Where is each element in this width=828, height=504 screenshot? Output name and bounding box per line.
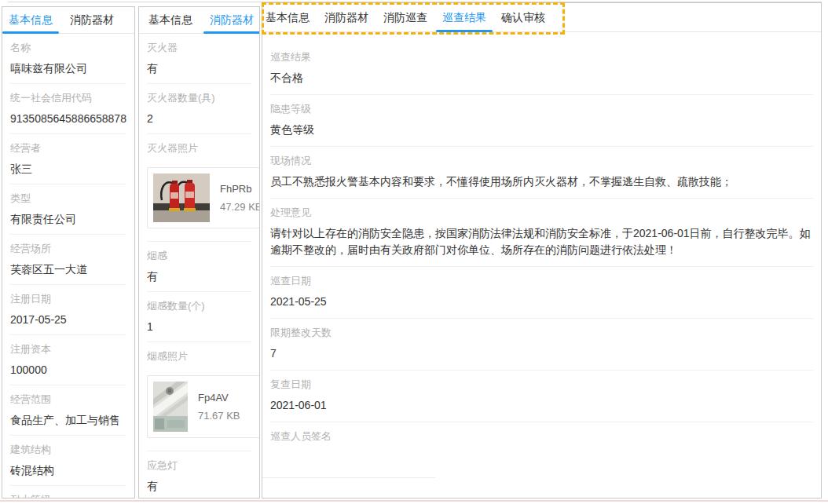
field-value: 黄色等级 xyxy=(270,122,813,138)
field-extinguisher-count: 灭火器数量(具) 2 xyxy=(139,84,259,134)
field-value: 有限责任公司 xyxy=(10,211,126,227)
field-emergency-light: 应急灯 有 xyxy=(139,451,259,494)
inspection-result-panel: 基本信息 消防器材 消防巡查 巡查结果 确认审核 巡查结果 不合格 隐患等级 黄… xyxy=(262,2,822,499)
field-smoke-detector-count: 烟感数量(个) 1 xyxy=(139,292,259,342)
field-label: 注册日期 xyxy=(10,293,126,305)
field-label: 巡查人员签名 xyxy=(270,430,813,442)
tab-basic-info[interactable]: 基本信息 xyxy=(148,13,192,26)
field-label: 灭火器照片 xyxy=(147,142,251,154)
field-smoke-detector: 烟感 有 xyxy=(139,242,259,292)
field-handling-opinion: 处理意见 请针对以上存在的消防安全隐患，按国家消防法律法规和消防安全标准，于20… xyxy=(262,199,821,267)
tab-confirm-review[interactable]: 确认审核 xyxy=(501,11,545,24)
field-value: 芙蓉区五一大道 xyxy=(10,261,126,277)
field-label: 类型 xyxy=(10,192,126,204)
tab-fire-equipment[interactable]: 消防器材 xyxy=(70,13,114,26)
field-value: 张三 xyxy=(10,161,126,177)
field-value: 食品生产、加工与销售 xyxy=(10,412,126,428)
field-value: 100000 xyxy=(10,362,126,378)
tab-fire-equipment[interactable]: 消防器材 xyxy=(324,11,368,24)
basic-info-tab-bar: 基本信息 消防器材 xyxy=(2,7,134,34)
field-value: 2021-05-25 xyxy=(270,294,813,310)
field-label: 经营场所 xyxy=(10,243,126,254)
field-label: 巡查结果 xyxy=(270,51,813,63)
field-value: 有 xyxy=(147,60,251,76)
field-label: 注册资本 xyxy=(10,343,126,355)
field-registered-capital: 注册资本 100000 xyxy=(2,335,134,385)
field-inspector-signature: 巡查人员签名 xyxy=(262,422,821,478)
signature-underline xyxy=(262,477,435,478)
photo-meta: FhPRb 47.29 KB xyxy=(220,183,260,213)
basic-info-fields: 名称 嘻味兹有限公司 统一社会信用代码 9135085645886658878 … xyxy=(2,34,134,499)
field-smoke-detector-photo: 烟感照片 Fp4AV xyxy=(139,342,259,451)
field-fire-resistance-level: 耐火等级 二级 xyxy=(2,486,134,499)
fire-equipment-panel: 基本信息 消防器材 灭火器 有 灭火器数量(具) 2 灭火器照片 xyxy=(138,6,260,499)
field-business-scope: 经营范围 食品生产、加工与销售 xyxy=(2,385,134,436)
field-label: 灭火器数量(具) xyxy=(147,92,251,104)
field-hazard-level: 隐患等级 黄色等级 xyxy=(262,95,821,147)
field-value: 砖混结构 xyxy=(10,462,126,478)
field-inspection-date: 巡查日期 2021-05-25 xyxy=(262,267,821,319)
smoke-detector-photo-thumbnail[interactable] xyxy=(153,382,188,432)
inspection-tab-bar: 基本信息 消防器材 消防巡查 巡查结果 确认审核 xyxy=(262,3,821,32)
field-label: 名称 xyxy=(10,42,126,53)
field-extinguisher-photo: 灭火器照片 xyxy=(139,134,259,242)
field-credit-code: 统一社会信用代码 9135085645886658878 xyxy=(2,84,134,134)
field-value: 7 xyxy=(270,345,813,362)
field-company-name: 名称 嘻味兹有限公司 xyxy=(2,34,134,84)
field-value: 请针对以上存在的消防安全隐患，按国家消防法律法规和消防安全标准，于2021-06… xyxy=(270,225,813,258)
field-value: 9135085645886658878 xyxy=(10,111,126,126)
basic-info-panel: 基本信息 消防器材 名称 嘻味兹有限公司 统一社会信用代码 9135085645… xyxy=(2,6,135,499)
field-value: 员工不熟悉报火警基本内容和要求，不懂得使用场所内灭火器材，不掌握逃生自救、疏散技… xyxy=(270,173,813,190)
fire-equipment-tab-bar: 基本信息 消防器材 xyxy=(139,7,259,34)
tab-inspection-result[interactable]: 巡查结果 xyxy=(442,11,486,24)
field-label: 灭火器 xyxy=(147,42,251,53)
field-label: 现场情况 xyxy=(270,155,813,166)
field-label: 烟感 xyxy=(147,250,251,261)
tab-basic-info[interactable]: 基本信息 xyxy=(9,13,53,26)
photo-meta: Fp4AV 71.67 KB xyxy=(198,392,260,422)
smoke-detector-photo-card[interactable]: Fp4AV 71.67 KB xyxy=(147,375,260,438)
field-building-structure: 建筑结构 砖混结构 xyxy=(2,436,134,486)
field-rectification-days: 限期整改天数 7 xyxy=(262,319,821,371)
tab-fire-equipment[interactable]: 消防器材 xyxy=(210,13,254,26)
field-label: 复查日期 xyxy=(270,378,813,390)
tab-basic-info[interactable]: 基本信息 xyxy=(266,11,310,24)
field-label: 耐火等级 xyxy=(10,494,126,499)
field-value: 不合格 xyxy=(270,70,813,86)
field-label: 巡查日期 xyxy=(270,275,813,287)
field-operator: 经营者 张三 xyxy=(2,134,134,184)
photo-filesize: 47.29 KB xyxy=(220,201,260,213)
field-business-address: 经营场所 芙蓉区五一大道 xyxy=(2,235,134,285)
field-label: 限期整改天数 xyxy=(270,327,813,338)
bottom-divider-line xyxy=(0,500,828,502)
field-label: 经营者 xyxy=(10,142,126,154)
field-value: 嘻味兹有限公司 xyxy=(10,60,126,76)
photo-filename: Fp4AV xyxy=(198,392,260,404)
field-label: 处理意见 xyxy=(270,206,813,218)
field-label: 建筑结构 xyxy=(10,444,126,455)
field-label: 应急灯 xyxy=(147,459,251,471)
field-reinspection-date: 复查日期 2021-06-01 xyxy=(262,371,821,422)
field-company-type: 类型 有限责任公司 xyxy=(2,184,134,235)
field-site-situation: 现场情况 员工不熟悉报火警基本内容和要求，不懂得使用场所内灭火器材，不掌握逃生自… xyxy=(262,147,821,199)
inspection-result-fields: 巡查结果 不合格 隐患等级 黄色等级 现场情况 员工不熟悉报火警基本内容和要求，… xyxy=(262,32,821,478)
field-value: 1 xyxy=(147,319,251,334)
field-value: 有 xyxy=(147,268,251,284)
extinguisher-photo-thumbnail[interactable] xyxy=(153,173,210,222)
signature-empty-area xyxy=(270,449,813,477)
field-value: 2017-05-25 xyxy=(10,312,126,327)
field-value: 2 xyxy=(147,111,251,126)
photo-filesize: 71.67 KB xyxy=(198,410,260,422)
tab-fire-patrol[interactable]: 消防巡查 xyxy=(383,11,427,24)
field-value: 2021-06-01 xyxy=(270,397,813,414)
field-value: 有 xyxy=(147,478,251,494)
field-label: 隐患等级 xyxy=(270,103,813,115)
photo-filename: FhPRb xyxy=(220,183,260,195)
field-label: 烟感数量(个) xyxy=(147,300,251,312)
extinguisher-photo-card[interactable]: FhPRb 47.29 KB xyxy=(147,167,260,228)
field-label: 统一社会信用代码 xyxy=(10,92,126,104)
field-label: 经营范围 xyxy=(10,393,126,405)
fire-equipment-fields: 灭火器 有 灭火器数量(具) 2 灭火器照片 xyxy=(139,34,259,494)
field-extinguisher: 灭火器 有 xyxy=(139,34,259,84)
field-inspection-result: 巡查结果 不合格 xyxy=(262,43,821,95)
